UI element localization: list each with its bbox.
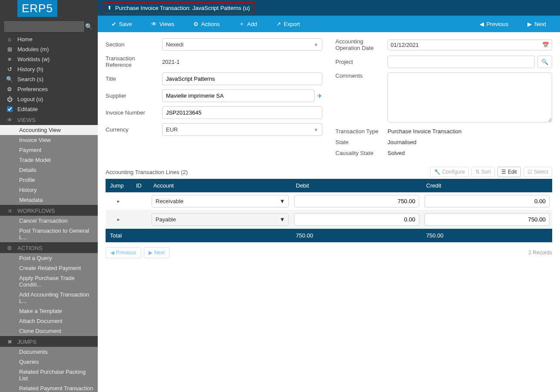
nav-editable[interactable]: Editable	[0, 104, 98, 114]
act-clone-doc[interactable]: Clone Document	[0, 326, 98, 336]
calendar-icon: 📅	[542, 42, 549, 48]
act-attach-doc[interactable]: Attach Document	[0, 316, 98, 326]
configure-button[interactable]: 🔧Configure	[430, 167, 469, 177]
section-actions: ⚙ACTIONS	[0, 242, 98, 253]
nav-modules[interactable]: ⊞Modules (m)	[0, 44, 98, 54]
sidebar-search-input[interactable]	[4, 21, 84, 32]
credit-input[interactable]	[424, 213, 550, 226]
next-button[interactable]: ▶Next	[518, 21, 556, 27]
records-count: 2 Records	[528, 250, 552, 256]
home-icon: ⌂	[6, 36, 13, 43]
col-jump[interactable]: Jump	[106, 179, 132, 192]
table-row: ▸ Receivable▼	[106, 192, 552, 211]
save-button[interactable]: ✔Save	[102, 21, 142, 27]
act-create-payment[interactable]: Create Related Payment	[0, 263, 98, 273]
sidebar-search-button[interactable]: 🔍	[84, 21, 93, 32]
view-details[interactable]: Details	[0, 165, 98, 175]
section-workflows: ⤮WORKFLOWS	[0, 205, 98, 216]
currency-select[interactable]: EUR▼	[162, 123, 322, 136]
debit-input[interactable]	[294, 213, 419, 226]
project-label: Project	[335, 59, 388, 65]
jump-link[interactable]: ▸	[106, 192, 132, 211]
credit-input[interactable]	[424, 195, 550, 208]
add-button[interactable]: ＋Add	[229, 20, 267, 28]
act-make-template[interactable]: Make a Template	[0, 306, 98, 316]
check-square-icon: ☑	[527, 169, 532, 175]
actions-button[interactable]: ⚙Actions	[184, 21, 229, 27]
gear-icon: ⚙	[6, 245, 13, 251]
act-post-query[interactable]: Post a Query	[0, 253, 98, 263]
col-id[interactable]: ID	[132, 179, 149, 192]
chevron-down-icon: ▼	[279, 198, 285, 204]
view-history[interactable]: History	[0, 185, 98, 195]
account-select[interactable]: Receivable▼	[152, 195, 289, 208]
account-select[interactable]: Payable▼	[152, 213, 289, 226]
causality-value: Solved	[388, 150, 552, 156]
section-select[interactable]: Nexedi▼	[162, 38, 322, 51]
wf-post-gl[interactable]: Post Transaction to General L...	[0, 226, 98, 242]
view-profile[interactable]: Profile	[0, 175, 98, 185]
sidebar-nav: ⌂Home ⊞Modules (m) ≡Worklists (w) ↺Histo…	[0, 34, 98, 114]
history-icon: ↺	[6, 66, 13, 72]
search-icon: 🔍	[6, 76, 13, 82]
up-arrow-icon[interactable]: ⬆	[107, 5, 112, 11]
pager-previous-button[interactable]: ◀Previous	[106, 247, 141, 258]
nav-search[interactable]: 🔍Search (s)	[0, 74, 98, 84]
caret-right-icon: ▶	[149, 250, 152, 256]
jump-rppl[interactable]: Related Purchase Packing List	[0, 367, 98, 383]
supplier-input[interactable]	[162, 89, 315, 102]
comments-label: Comments	[335, 72, 388, 79]
opdate-label: Accounting Operation Date	[335, 38, 388, 51]
preferences-icon: ⚙	[6, 86, 13, 92]
wf-cancel[interactable]: Cancel Transaction	[0, 216, 98, 226]
view-payment[interactable]: Payment	[0, 145, 98, 155]
project-input[interactable]	[388, 56, 535, 68]
plane-icon[interactable]: ✈	[317, 92, 322, 99]
caret-left-icon: ◀	[480, 21, 484, 27]
debit-input[interactable]	[294, 195, 419, 208]
editable-checkbox[interactable]	[7, 106, 13, 112]
nav-preferences[interactable]: ⚙Preferences	[0, 84, 98, 94]
col-debit[interactable]: Debit	[292, 179, 422, 192]
edit-button[interactable]: ☰Edit	[497, 167, 521, 177]
nav-label: Logout (o)	[17, 96, 43, 102]
nav-label: Preferences	[17, 86, 48, 92]
pager-next-button[interactable]: ▶Next	[144, 247, 170, 258]
total-row: Total 750.00 750.00	[106, 229, 552, 243]
nav-worklists[interactable]: ≡Worklists (w)	[0, 54, 98, 64]
opdate-input[interactable]: 01/12/2021📅	[388, 40, 552, 50]
jump-queries[interactable]: Queries	[0, 357, 98, 367]
worklists-icon: ≡	[6, 56, 13, 63]
title-label: Title	[106, 76, 162, 82]
invoice-input[interactable]	[162, 106, 322, 119]
act-add-atl[interactable]: Add Accounting Transaction L...	[0, 290, 98, 306]
views-button[interactable]: 👁Views	[142, 21, 184, 27]
col-credit[interactable]: Credit	[422, 179, 552, 192]
select-button[interactable]: ☑Select	[524, 167, 552, 177]
view-trademodel[interactable]: Trade Model	[0, 155, 98, 165]
nav-history[interactable]: ↺History (h)	[0, 64, 98, 74]
jump-link[interactable]: ▸	[106, 211, 132, 229]
listbox: Accounting Transaction Lines (2) 🔧Config…	[98, 167, 560, 266]
sort-button[interactable]: ⇅Sort	[471, 167, 495, 177]
caret-left-icon: ◀	[110, 250, 114, 256]
total-label: Total	[106, 229, 292, 243]
view-invoice[interactable]: Invoice View	[0, 135, 98, 145]
title-input[interactable]	[162, 72, 322, 85]
comments-textarea[interactable]	[388, 72, 552, 122]
nav-logout[interactable]: ⏻Logout (o)	[0, 94, 98, 104]
project-search-button[interactable]: 🔍	[537, 56, 552, 68]
jump-documents[interactable]: Documents	[0, 347, 98, 357]
export-button[interactable]: ↗Export	[267, 21, 310, 27]
chevron-down-icon: ▼	[314, 127, 318, 132]
section-label: Section	[106, 41, 162, 48]
previous-button[interactable]: ◀Previous	[470, 21, 518, 27]
act-apply-ptc[interactable]: Apply Purchase Trade Conditi...	[0, 273, 98, 290]
page-title[interactable]: Purchase Invoice Transaction: JavaScript…	[115, 5, 250, 11]
view-metadata[interactable]: Metadata	[0, 195, 98, 205]
nav-home[interactable]: ⌂Home	[0, 34, 98, 44]
jump-rpt[interactable]: Related Payment Transaction	[0, 383, 98, 392]
view-accounting[interactable]: Accounting View	[0, 125, 98, 135]
txref-label: Transaction Reference	[106, 55, 162, 68]
col-account[interactable]: Account	[149, 179, 292, 192]
